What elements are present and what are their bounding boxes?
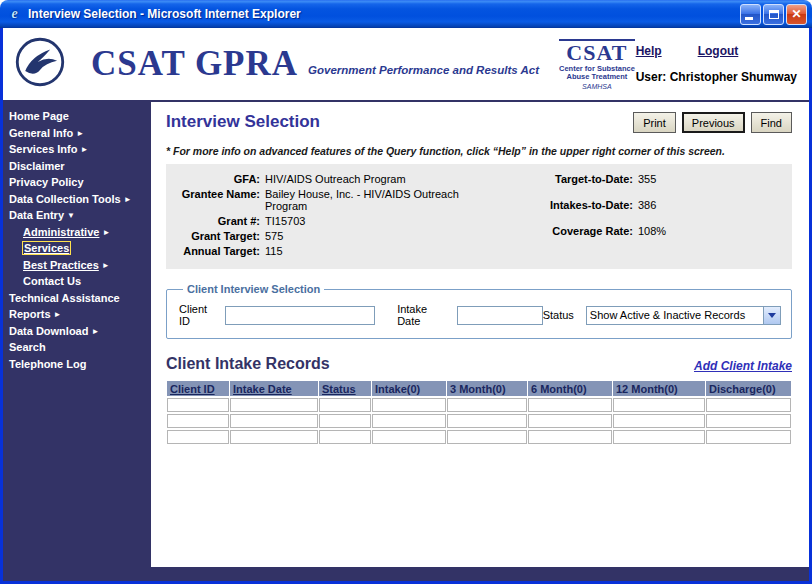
minimize-icon: [745, 17, 753, 20]
sidebar-item-contact-us[interactable]: Contact Us: [3, 274, 151, 291]
csat-logo-samhsa: SAMHSA: [559, 83, 635, 90]
app-header: CSAT GPRA Government Performance and Res…: [3, 28, 809, 102]
column-header-status[interactable]: Status: [319, 381, 371, 396]
sidebar-item-data-entry[interactable]: Data Entry▼: [3, 208, 151, 225]
logout-link[interactable]: Logout: [698, 44, 739, 58]
status-label: Status: [543, 309, 574, 321]
table-cell: [319, 430, 371, 444]
table-row: [167, 398, 791, 412]
grant-number-label: Grant #:: [172, 215, 260, 227]
table-cell: [528, 414, 612, 428]
sidebar-item-reports[interactable]: Reports►: [3, 307, 151, 324]
help-link[interactable]: Help: [636, 44, 662, 58]
sidebar-item-general-info[interactable]: General Info►: [3, 126, 151, 143]
column-header-3-month: 3 Month(0): [447, 381, 527, 396]
submenu-arrow-icon: ►: [91, 327, 99, 336]
sidebar-item-disclaimer[interactable]: Disclaimer: [3, 159, 151, 176]
hhs-eagle-logo-icon: [15, 37, 65, 91]
table-cell: [319, 414, 371, 428]
target-to-date-label: Target-to-Date:: [537, 173, 633, 185]
table-cell: [319, 398, 371, 412]
column-header-6-month: 6 Month(0): [528, 381, 612, 396]
status-select-value: Show Active & Inactive Records: [587, 309, 763, 321]
csat-logo: CSAT Center for Substance Abuse Treatmen…: [559, 39, 635, 90]
sidebar-item-best-practices[interactable]: Best Practices►: [3, 258, 151, 275]
sidebar-item-services-info[interactable]: Services Info►: [3, 142, 151, 159]
submenu-arrow-icon: ►: [102, 228, 110, 237]
grant-target-label: Grant Target:: [172, 230, 260, 242]
table-cell: [372, 414, 446, 428]
grant-info-panel: GFA: HIV/AIDS Outreach Program Grantee N…: [166, 164, 792, 269]
internet-explorer-icon: e: [6, 6, 23, 23]
csat-logo-line2: Abuse Treatment: [559, 73, 635, 81]
print-button[interactable]: Print: [633, 112, 676, 133]
maximize-button[interactable]: [763, 4, 784, 25]
grantee-name-label: Grantee Name:: [172, 188, 260, 212]
column-header-intake-date[interactable]: Intake Date: [230, 381, 318, 396]
target-to-date-value: 355: [638, 173, 708, 185]
gfa-value: HIV/AIDS Outreach Program: [265, 173, 461, 185]
table-cell: [706, 430, 791, 444]
brand-tagline: Government Performance and Results Act: [308, 64, 539, 76]
sidebar-item-administrative[interactable]: Administrative►: [3, 225, 151, 242]
submenu-arrow-icon: ►: [124, 195, 132, 204]
table-cell: [167, 430, 229, 444]
table-cell: [528, 398, 612, 412]
add-client-intake-link[interactable]: Add Client Intake: [694, 359, 792, 373]
coverage-rate-value: 108%: [638, 225, 708, 237]
table-cell: [613, 430, 705, 444]
close-icon: ✕: [791, 7, 801, 21]
grantee-name-value: Bailey House, Inc. - HIV/AIDS Outreach P…: [265, 188, 461, 212]
brand-title: CSAT GPRA: [91, 46, 298, 82]
page-title: Interview Selection: [166, 112, 320, 132]
status-select[interactable]: Show Active & Inactive Records: [586, 306, 781, 325]
submenu-arrow-icon: ►: [54, 310, 62, 319]
coverage-rate-label: Coverage Rate:: [537, 225, 633, 237]
sidebar-item-privacy-policy[interactable]: Privacy Policy: [3, 175, 151, 192]
sidebar-item-services[interactable]: Services: [3, 241, 151, 258]
fieldset-legend: Client Interview Selection: [183, 283, 324, 295]
footer-bar: [3, 567, 809, 581]
table-cell: [706, 414, 791, 428]
maximize-icon: [769, 10, 779, 19]
titlebar: e Interview Selection - Microsoft Intern…: [0, 0, 812, 28]
column-header-client-id[interactable]: Client ID: [167, 381, 229, 396]
table-cell: [230, 430, 318, 444]
table-cell: [230, 398, 318, 412]
table-cell: [528, 430, 612, 444]
table-cell: [447, 430, 527, 444]
client-id-input[interactable]: [225, 306, 375, 325]
gfa-label: GFA:: [172, 173, 260, 185]
grant-number-value: TI15703: [265, 215, 461, 227]
client-intake-records-table: Client ID Intake Date Status Intake(0) 3…: [166, 379, 792, 446]
client-interview-selection-fieldset: Client Interview Selection Client ID Int…: [166, 283, 792, 339]
chevron-down-icon: [763, 307, 780, 324]
minimize-button[interactable]: [740, 4, 761, 25]
csat-logo-line1: Center for Substance: [559, 65, 635, 73]
table-cell: [447, 398, 527, 412]
sidebar-item-technical-assistance[interactable]: Technical Assistance: [3, 291, 151, 308]
column-header-discharge: Discharge(0): [706, 381, 791, 396]
sidebar-nav: Home Page General Info► Services Info► D…: [3, 102, 151, 567]
find-button[interactable]: Find: [751, 112, 792, 133]
intakes-to-date-label: Intakes-to-Date:: [537, 199, 633, 211]
previous-button[interactable]: Previous: [682, 112, 745, 133]
sidebar-item-data-collection-tools[interactable]: Data Collection Tools►: [3, 192, 151, 209]
close-button[interactable]: ✕: [786, 4, 807, 25]
sidebar-item-data-download[interactable]: Data Download►: [3, 324, 151, 341]
table-cell: [167, 414, 229, 428]
annual-target-value: 115: [265, 245, 461, 257]
intake-date-input[interactable]: [457, 306, 543, 325]
table-cell: [230, 414, 318, 428]
window-title: Interview Selection - Microsoft Internet…: [28, 7, 740, 21]
submenu-expanded-arrow-icon: ▼: [67, 211, 75, 220]
submenu-arrow-icon: ►: [80, 145, 88, 154]
table-cell: [706, 398, 791, 412]
table-cell: [447, 414, 527, 428]
table-cell: [167, 398, 229, 412]
table-row: [167, 414, 791, 428]
sidebar-item-home-page[interactable]: Home Page: [3, 109, 151, 126]
sidebar-item-search[interactable]: Search: [3, 340, 151, 357]
sidebar-item-telephone-log[interactable]: Telephone Log: [3, 357, 151, 374]
intakes-to-date-value: 386: [638, 199, 708, 211]
